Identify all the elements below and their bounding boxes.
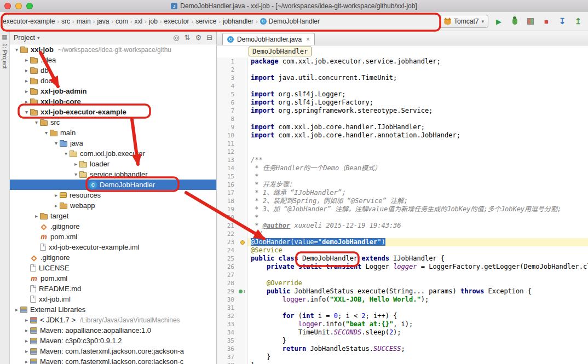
chevron-collapsed-icon[interactable]: ▸ [23, 67, 30, 73]
tree-item-doc[interactable]: ▸doc [10, 76, 216, 86]
jdk-icon [30, 317, 37, 323]
tree-item-maven-aopalliance-aopalliance-1.0[interactable]: ▸Maven: aopalliance:aopalliance:1.0 [10, 325, 216, 336]
tree-item-jdk1.7[interactable]: ▸< JDK1.7 >/Library/Java/JavaVirtualMach… [10, 315, 216, 325]
code-area[interactable]: 1package com.xxl.job.executor.service.jo… [217, 57, 588, 364]
tree-item-target[interactable]: ▸target [10, 211, 216, 221]
gutter [238, 197, 247, 205]
tree-item-webapp[interactable]: ▸webapp [10, 200, 216, 211]
tree-item-maven-c3p0-c3p0-0.9.1.2[interactable]: ▸Maven: c3p0:c3p0:0.9.1.2 [10, 336, 216, 346]
chevron-expanded-icon[interactable]: ▾ [23, 109, 30, 115]
breadcrumb-item-job[interactable]: job [147, 16, 159, 26]
vcs-commit-button[interactable]: ↥ [573, 16, 584, 27]
tree-item-java[interactable]: ▾java [10, 138, 216, 148]
code-token: /** [251, 156, 263, 164]
breadcrumb-item-executor-example[interactable]: executor-example [1, 16, 56, 26]
tree-item-xxl-job-core[interactable]: ▸xxl-job-core [10, 96, 216, 107]
tree-item-xxl-job.iml[interactable]: xxl-job.iml [10, 294, 216, 304]
chevron-expanded-icon[interactable]: ▾ [33, 119, 40, 125]
tree-item-external-libraries[interactable]: ▸External Libraries [10, 304, 216, 315]
chevron-collapsed-icon[interactable]: ▸ [23, 348, 30, 354]
tree-item-loader[interactable]: ▸loader [10, 159, 216, 169]
tree-item-service.jobhandler[interactable]: ▾service.jobhandler [10, 169, 216, 180]
chevron-collapsed-icon[interactable]: ▸ [53, 192, 60, 198]
chevron-collapsed-icon[interactable]: ▸ [23, 359, 30, 364]
chevron-collapsed-icon[interactable]: ▸ [23, 78, 30, 84]
breadcrumb-item-main[interactable]: main [75, 16, 93, 26]
close-tab-icon[interactable]: × [306, 36, 310, 43]
breadcrumb-item-demojobhandler[interactable]: CDemoJobHandler [258, 16, 321, 26]
tree-item-pom.xml[interactable]: mpom.xml [10, 273, 216, 284]
locate-icon[interactable]: ◎ [173, 33, 179, 42]
intention-bulb-icon[interactable] [240, 240, 245, 245]
tree-item-.idea[interactable]: ▸.idea [10, 55, 216, 65]
gutter [238, 66, 247, 74]
line-number: 23 [217, 238, 238, 246]
breadcrumb-item-java[interactable]: java [95, 16, 111, 26]
breadcrumb-item-com[interactable]: com [114, 16, 130, 26]
tab-demojobhandler[interactable]: C DemoJobHandler.java × [222, 33, 315, 45]
chevron-collapsed-icon[interactable]: ▸ [23, 99, 30, 105]
tree-item-.gitignore[interactable]: .gitignore [10, 221, 216, 232]
chevron-collapsed-icon[interactable]: ▸ [23, 317, 30, 323]
chevron-collapsed-icon[interactable]: ▸ [23, 338, 30, 344]
run-config-selector[interactable]: Tomcat7 ▾ [440, 15, 488, 28]
gutter [238, 205, 247, 213]
project-view-selector[interactable]: Project ▾ [14, 34, 39, 42]
coverage-button[interactable] [525, 16, 536, 27]
chevron-down-icon: ▾ [481, 19, 484, 24]
chevron-expanded-icon[interactable]: ▾ [43, 130, 50, 136]
chevron-expanded-icon[interactable]: ▾ [13, 47, 20, 53]
chevron-collapsed-icon[interactable]: ▸ [53, 203, 60, 209]
breadcrumb-item-service[interactable]: service [194, 16, 218, 26]
code-token: throws [460, 287, 484, 295]
debug-button[interactable] [509, 16, 520, 27]
gutter [238, 238, 247, 246]
gutter [238, 353, 247, 361]
tree-item-license[interactable]: LICENSE [10, 263, 216, 273]
override-arrow-icon[interactable]: ↑ [243, 287, 246, 296]
stop-button[interactable]: ■ [541, 16, 552, 27]
chevron-collapsed-icon[interactable]: ▸ [23, 88, 30, 94]
tree-item-src[interactable]: ▾src [10, 117, 216, 128]
tree-item-readme.md[interactable]: README.md [10, 284, 216, 294]
tree-item-resources[interactable]: ▸resources [10, 190, 216, 200]
chevron-collapsed-icon[interactable]: ▸ [33, 213, 40, 219]
tree-item-xxl-job-admin[interactable]: ▸xxl-job-admin [10, 86, 216, 96]
tree-item-main[interactable]: ▾main [10, 128, 216, 138]
run-method-gutter-icon[interactable] [239, 290, 243, 293]
tree-item-demojobhandler[interactable]: CDemoJobHandler [10, 180, 216, 190]
tree-item-db[interactable]: ▸db [10, 65, 216, 76]
breadcrumb-item-src[interactable]: src [60, 16, 72, 26]
tree-item-com.xxl.job.executor[interactable]: ▾com.xxl.job.executor [10, 148, 216, 159]
chevron-collapsed-icon[interactable]: ▸ [23, 327, 30, 333]
folder-icon [40, 120, 48, 126]
project-tool-icon[interactable]: ▦ [2, 33, 7, 40]
context-chip[interactable]: DemoJobHandler [249, 47, 312, 56]
tree-item-.gitignore[interactable]: .gitignore [10, 252, 216, 263]
chevron-expanded-icon[interactable]: ▾ [53, 140, 60, 146]
tree-item-pom.xml[interactable]: mpom.xml [10, 232, 216, 242]
breadcrumb-item-executor[interactable]: executor [162, 16, 191, 26]
tree-item-xxl-job-executor-example.iml[interactable]: xxl-job-executor-example.iml [10, 242, 216, 252]
collapse-all-icon[interactable]: ⇅ [185, 33, 191, 42]
vcs-update-button[interactable]: ↧ [557, 16, 568, 27]
tree-item-xxl-job-executor-example[interactable]: ▾xxl-job-executor-example [10, 107, 216, 117]
tree-item-maven-com.fasterxml.jackson.core-jackson-a[interactable]: ▸Maven: com.fasterxml.jackson.core:jacks… [10, 346, 216, 356]
breadcrumb-item-xxl[interactable]: xxl [132, 16, 144, 26]
code-token: static [298, 263, 322, 270]
code-token [251, 287, 267, 295]
chevron-collapsed-icon[interactable]: ▸ [72, 161, 79, 167]
chevron-expanded-icon[interactable]: ▾ [72, 171, 79, 177]
gear-icon[interactable]: ⚙ [195, 33, 201, 42]
breadcrumb-item-jobhandler[interactable]: jobhandler [221, 16, 255, 26]
chevron-expanded-icon[interactable]: ▾ [62, 151, 70, 157]
breadcrumb-item-label: com [116, 18, 128, 25]
hide-panel-icon[interactable]: ⊟ [206, 33, 212, 42]
chevron-collapsed-icon[interactable]: ▸ [13, 307, 20, 313]
run-button[interactable]: ▶ [493, 16, 504, 27]
tree-item-xxl-job[interactable]: ▾xxl-job~/workspaces/idea-git-workspace/… [10, 44, 216, 55]
project-tool-label[interactable]: 1: Project [2, 43, 8, 68]
chevron-collapsed-icon[interactable]: ▸ [23, 57, 30, 63]
tree-item-label: resources [70, 191, 101, 199]
tree-item-maven-com.fasterxml.jackson.core-jackson-c[interactable]: ▸Maven: com.fasterxml.jackson.core:jacks… [10, 356, 216, 364]
